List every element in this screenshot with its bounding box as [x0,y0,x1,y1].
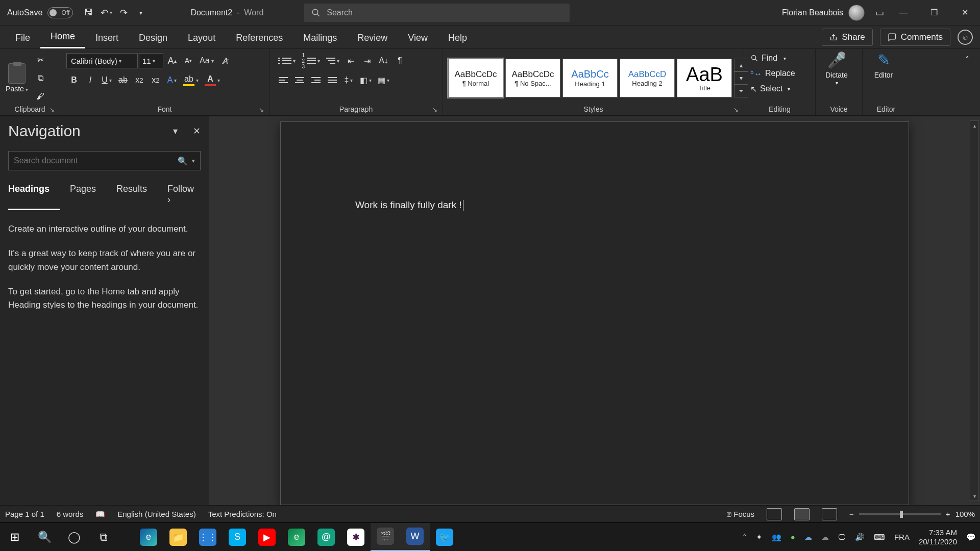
align-left-button[interactable] [276,72,291,88]
select-button[interactable]: ↖ Select▾ [747,82,793,96]
sort-button[interactable]: A↓ [376,53,391,68]
tray-teams-icon[interactable]: 👥 [772,533,781,542]
tray-onedrive-icon[interactable]: ☁ [804,533,812,542]
clipboard-launcher[interactable]: ↘ [50,106,55,113]
web-layout-button[interactable] [822,508,837,520]
paragraph-launcher[interactable]: ↘ [432,106,437,113]
borders-button[interactable]: ▦ [375,72,392,88]
zoom-in-button[interactable]: + [946,510,950,518]
font-launcher[interactable]: ↘ [259,106,264,113]
document-viewport[interactable]: Work is finally fully dark ! ▴ ▾ [209,116,980,505]
tab-mailings[interactable]: Mailings [293,28,347,48]
tray-clock[interactable]: 7:33 AM 20/11/2020 [919,528,957,546]
tab-home[interactable]: Home [40,26,85,48]
document-page[interactable]: Work is finally fully dark ! [280,121,909,505]
zoom-slider[interactable] [859,513,941,515]
line-spacing-button[interactable]: ‡ [341,72,356,88]
copy-button[interactable]: ⧉ [33,70,48,86]
nav-dropdown[interactable]: ▾ [173,126,178,137]
taskbar-app-edge-dev[interactable]: e [282,523,311,552]
tray-notifications[interactable]: 💬 [966,533,976,542]
collapse-ribbon-button[interactable]: ˄ [960,52,975,67]
strike-button[interactable]: ab [115,72,131,88]
zoom-value[interactable]: 100% [955,510,975,518]
nav-tab-headings[interactable]: Headings [8,180,60,210]
focus-mode-button[interactable]: ⎚ Focus [727,510,754,518]
find-button[interactable]: Find▾ [747,51,789,65]
superscript-button[interactable]: x2 [148,72,163,88]
nav-search-box[interactable]: 🔍 ▾ [8,151,201,170]
grow-font-button[interactable]: A▴ [164,53,180,68]
tab-references[interactable]: References [226,28,293,48]
bold-button[interactable]: B [66,72,82,88]
font-size-dropdown[interactable]: 11 [139,53,163,68]
comments-button[interactable]: Comments [880,29,950,46]
justify-button[interactable] [325,72,340,88]
text-effects-button[interactable]: A [164,72,180,88]
taskbar-app-slack[interactable]: ✱ [341,523,371,552]
dictate-button[interactable]: 🎤 Dictate ▾ [819,51,854,105]
tray-display-icon[interactable]: 🖵 [838,533,846,541]
tab-insert[interactable]: Insert [85,28,129,48]
taskbar-app-generic2[interactable]: 🎬 [371,523,400,552]
tab-view[interactable]: View [398,28,438,48]
bullets-button[interactable] [276,53,298,68]
align-right-button[interactable] [308,72,324,88]
search-box[interactable]: Search [304,4,570,22]
font-color-button[interactable]: A [202,72,223,88]
increase-indent-button[interactable]: ⇥ [359,53,375,68]
paste-icon[interactable] [8,63,26,84]
tray-keyboard-icon[interactable]: ⌨ [874,533,885,542]
close-button[interactable]: ✕ [949,0,980,26]
tray-ime[interactable]: FRA [894,533,910,541]
underline-button[interactable]: U [99,72,114,88]
replace-button[interactable]: ᵇ↔ Replace [747,66,798,81]
tray-overflow[interactable]: ˄ [743,533,747,542]
qat-customize[interactable]: ▾ [132,4,150,21]
cut-button[interactable]: ✂ [33,52,48,67]
taskbar-app-youtube[interactable]: ▶ [252,523,282,552]
page-indicator[interactable]: Page 1 of 1 [5,510,44,518]
tab-review[interactable]: Review [347,28,398,48]
tab-design[interactable]: Design [129,28,178,48]
taskbar-app-generic1[interactable]: ⋮⋮ [193,523,223,552]
taskbar-app-word[interactable]: W [400,523,430,552]
nav-tab-pages[interactable]: Pages [70,180,106,210]
vertical-scrollbar[interactable]: ▴ ▾ [970,120,979,501]
read-mode-button[interactable] [767,508,782,520]
align-center-button[interactable] [292,72,307,88]
text-predictions[interactable]: Text Predictions: On [208,510,277,518]
redo-button[interactable]: ↷ [115,4,132,21]
share-button[interactable]: Share [822,29,872,46]
format-painter-button[interactable]: 🖌 [33,89,48,104]
styles-launcher[interactable]: ↘ [733,106,739,113]
tray-icon-1[interactable]: ✦ [756,533,763,542]
numbering-button[interactable]: 123 [299,53,323,68]
save-icon[interactable]: 🖫 [80,4,97,21]
zoom-out-button[interactable]: − [849,510,854,518]
start-button[interactable]: ⊞ [0,523,30,552]
scroll-up[interactable]: ▴ [970,121,978,130]
style-title[interactable]: AaB Title [677,59,732,97]
ribbon-display-options[interactable]: ▭ [871,4,888,21]
style-heading2[interactable]: AaBbCcD Heading 2 [620,59,675,97]
cortana-button[interactable]: ◯ [59,523,89,552]
style-heading1[interactable]: AaBbCc Heading 1 [562,59,618,97]
taskbar-app-mail[interactable]: @ [311,523,341,552]
taskbar-app-explorer[interactable]: 📁 [163,523,193,552]
spellcheck-icon[interactable]: 📖 [95,510,105,519]
taskbar-app-twitter[interactable]: 🐦 [430,523,459,552]
multilevel-button[interactable] [324,53,342,68]
editor-button[interactable]: ✎ Editor [866,51,901,105]
italic-button[interactable]: I [83,72,98,88]
minimize-button[interactable]: ― [888,0,919,26]
font-name-dropdown[interactable]: Calibri (Body) [66,53,138,68]
tray-status-icon[interactable]: ● [791,533,795,541]
task-view-button[interactable]: ⧉ [89,523,118,552]
tray-volume-icon[interactable]: 🔊 [855,533,865,542]
document-text[interactable]: Work is finally fully dark ! [355,199,462,210]
tab-layout[interactable]: Layout [178,28,226,48]
change-case-button[interactable]: Aa [197,53,216,68]
search-icon[interactable]: 🔍 [178,156,188,166]
maximize-button[interactable]: ❐ [919,0,949,26]
